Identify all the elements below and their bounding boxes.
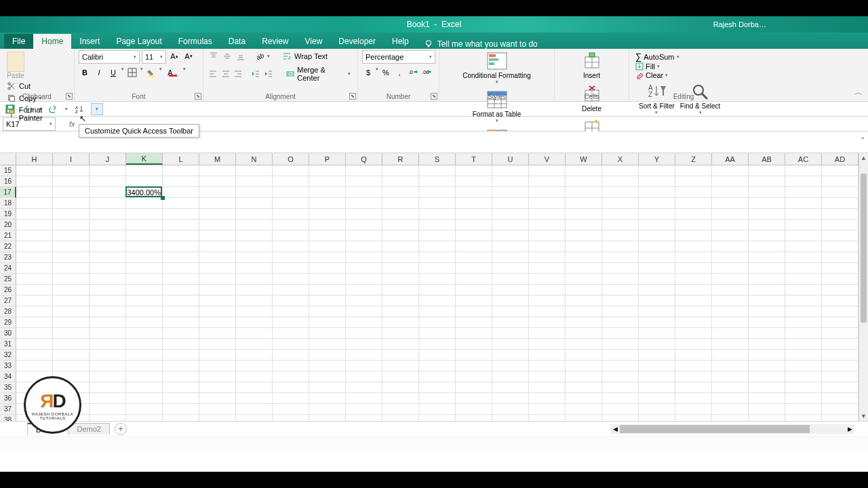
cell-H27[interactable] xyxy=(16,296,53,306)
cell-L27[interactable] xyxy=(163,296,199,306)
cell-AC33[interactable] xyxy=(785,361,822,371)
cell-Y16[interactable] xyxy=(639,176,675,187)
cell-N22[interactable] xyxy=(236,241,273,252)
cell-J27[interactable] xyxy=(90,296,126,306)
cell-O37[interactable] xyxy=(273,404,309,415)
cell-N32[interactable] xyxy=(236,350,273,361)
cell-AD22[interactable] xyxy=(822,241,859,252)
cell-K31[interactable] xyxy=(126,339,163,350)
cell-P29[interactable] xyxy=(309,317,346,328)
cell-J21[interactable] xyxy=(90,230,126,241)
cell-O31[interactable] xyxy=(273,339,309,350)
cell-J25[interactable] xyxy=(90,274,126,285)
tab-view[interactable]: View xyxy=(297,34,331,49)
tab-home[interactable]: Home xyxy=(33,34,71,49)
align-bottom-button[interactable] xyxy=(235,50,247,62)
cell-Y20[interactable] xyxy=(639,220,675,230)
cell-AC17[interactable] xyxy=(785,187,822,198)
format-painter-button[interactable]: Format Painter xyxy=(4,105,70,123)
cell-V21[interactable] xyxy=(529,230,566,241)
cell-K38[interactable] xyxy=(126,415,163,421)
cell-T16[interactable] xyxy=(456,176,492,187)
cell-AC31[interactable] xyxy=(785,339,822,350)
row-header-18[interactable]: 18 xyxy=(0,198,16,209)
cell-M37[interactable] xyxy=(199,404,236,415)
cell-O34[interactable] xyxy=(273,371,309,382)
cell-Y31[interactable] xyxy=(639,339,675,350)
cell-T21[interactable] xyxy=(456,230,492,241)
cell-L34[interactable] xyxy=(163,371,199,382)
cell-X27[interactable] xyxy=(602,296,639,306)
row-header-36[interactable]: 36 xyxy=(0,393,16,404)
cell-V20[interactable] xyxy=(529,220,566,230)
cell-Z30[interactable] xyxy=(675,328,712,339)
cell-T22[interactable] xyxy=(456,241,492,252)
cell-V27[interactable] xyxy=(529,296,566,306)
cell-S33[interactable] xyxy=(419,361,456,371)
cell-O29[interactable] xyxy=(273,317,309,328)
cell-U20[interactable] xyxy=(492,220,529,230)
cell-P27[interactable] xyxy=(309,296,346,306)
cell-R28[interactable] xyxy=(382,306,419,317)
cell-W27[interactable] xyxy=(566,296,602,306)
cell-R26[interactable] xyxy=(382,285,419,296)
cell-K27[interactable] xyxy=(126,296,163,306)
cell-AC27[interactable] xyxy=(785,296,822,306)
cell-Y28[interactable] xyxy=(639,306,675,317)
cell-V19[interactable] xyxy=(529,209,566,220)
cell-X19[interactable] xyxy=(602,209,639,220)
cell-Q30[interactable] xyxy=(346,328,382,339)
cell-AA38[interactable] xyxy=(712,415,749,421)
autosum-button[interactable]: ∑AutoSum ▾ xyxy=(633,52,734,62)
cell-P32[interactable] xyxy=(309,350,346,361)
tab-page-layout[interactable]: Page Layout xyxy=(108,34,170,49)
cell-L33[interactable] xyxy=(163,361,199,371)
scroll-up-arrow[interactable]: ▲ xyxy=(859,153,868,163)
col-header-J[interactable]: J xyxy=(90,153,126,165)
row-header-22[interactable]: 22 xyxy=(0,241,16,252)
cell-S26[interactable] xyxy=(419,285,456,296)
cell-Q37[interactable] xyxy=(346,404,382,415)
cell-I22[interactable] xyxy=(53,241,90,252)
cell-M31[interactable] xyxy=(199,339,236,350)
cell-T23[interactable] xyxy=(456,252,492,263)
cell-W28[interactable] xyxy=(566,306,602,317)
cell-W19[interactable] xyxy=(566,209,602,220)
cell-J23[interactable] xyxy=(90,252,126,263)
cell-T18[interactable] xyxy=(456,198,492,209)
cell-AD28[interactable] xyxy=(822,306,859,317)
cell-K35[interactable] xyxy=(126,382,163,393)
cell-X34[interactable] xyxy=(602,371,639,382)
cell-O17[interactable] xyxy=(273,187,309,198)
cell-O20[interactable] xyxy=(273,220,309,230)
cell-Z21[interactable] xyxy=(675,230,712,241)
cell-J36[interactable] xyxy=(90,393,126,404)
cell-AD19[interactable] xyxy=(822,209,859,220)
cell-V22[interactable] xyxy=(529,241,566,252)
cell-U34[interactable] xyxy=(492,371,529,382)
cell-R20[interactable] xyxy=(382,220,419,230)
cell-I17[interactable] xyxy=(53,187,90,198)
cell-K23[interactable] xyxy=(126,252,163,263)
cell-U33[interactable] xyxy=(492,361,529,371)
cell-W35[interactable] xyxy=(566,382,602,393)
cell-N28[interactable] xyxy=(236,306,273,317)
cell-N37[interactable] xyxy=(236,404,273,415)
cell-H19[interactable] xyxy=(16,209,53,220)
cell-H26[interactable] xyxy=(16,285,53,296)
cell-AC37[interactable] xyxy=(785,404,822,415)
cell-AC25[interactable] xyxy=(785,274,822,285)
cell-AB38[interactable] xyxy=(749,415,785,421)
cell-Z36[interactable] xyxy=(675,393,712,404)
chevron-down-icon[interactable]: ▾ xyxy=(140,66,143,79)
cell-M26[interactable] xyxy=(199,285,236,296)
cell-Z37[interactable] xyxy=(675,404,712,415)
col-header-Z[interactable]: Z xyxy=(675,153,712,165)
cell-AA24[interactable] xyxy=(712,263,749,274)
orientation-button[interactable]: ab xyxy=(254,50,266,62)
cell-AD24[interactable] xyxy=(822,263,859,274)
paste-button[interactable]: Paste xyxy=(4,50,27,79)
comma-format-button[interactable]: , xyxy=(393,66,406,79)
cell-L30[interactable] xyxy=(163,328,199,339)
cell-J18[interactable] xyxy=(90,198,126,209)
